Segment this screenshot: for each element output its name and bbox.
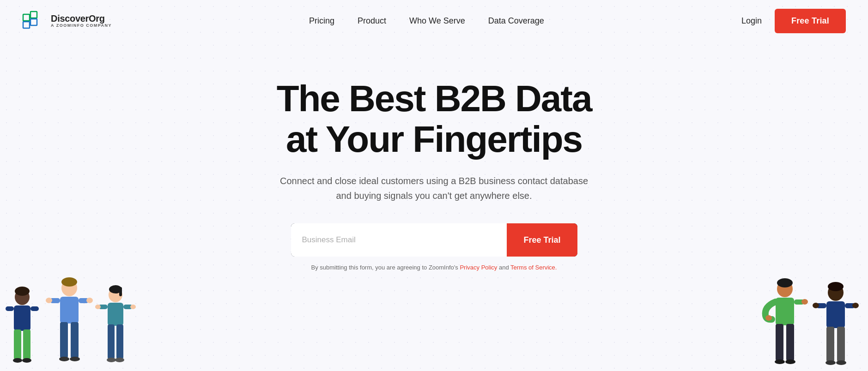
email-input[interactable] — [291, 223, 507, 257]
svg-rect-10 — [23, 329, 30, 359]
form-free-trial-button[interactable]: Free Trial — [507, 223, 577, 257]
svg-rect-48 — [826, 301, 845, 328]
svg-point-35 — [115, 358, 124, 362]
svg-rect-20 — [60, 322, 68, 358]
disclaimer-and: and — [499, 264, 510, 271]
disclaimer-prefix: By submitting this form, you are agreein… — [311, 264, 460, 271]
svg-point-31 — [130, 305, 136, 309]
svg-rect-7 — [6, 306, 14, 311]
nav-product[interactable]: Product — [358, 16, 386, 26]
svg-point-34 — [107, 358, 116, 362]
svg-rect-21 — [71, 322, 79, 358]
svg-rect-8 — [30, 306, 39, 311]
logo-icon — [22, 11, 46, 31]
svg-point-19 — [86, 298, 93, 303]
svg-point-30 — [95, 305, 101, 309]
svg-rect-53 — [826, 327, 834, 362]
svg-rect-43 — [786, 324, 794, 361]
svg-rect-1 — [30, 12, 37, 18]
svg-rect-0 — [23, 14, 30, 21]
privacy-policy-link[interactable]: Privacy Policy — [460, 264, 497, 271]
terms-of-service-link[interactable]: Terms of Service. — [510, 264, 557, 271]
nav-free-trial-button[interactable]: Free Trial — [775, 9, 846, 33]
svg-point-12 — [22, 358, 31, 363]
svg-point-11 — [13, 358, 22, 363]
login-link[interactable]: Login — [741, 16, 762, 26]
svg-point-23 — [70, 357, 80, 361]
svg-rect-42 — [776, 324, 783, 361]
svg-rect-3 — [30, 19, 37, 25]
svg-point-41 — [801, 299, 808, 305]
svg-point-52 — [852, 303, 859, 308]
hero-title: The Best B2B Data at Your Fingertips — [277, 78, 592, 160]
svg-rect-2 — [23, 22, 30, 28]
svg-rect-15 — [60, 297, 79, 323]
logo-name: DiscoverOrg — [51, 13, 112, 24]
hero-title-line1: The Best B2B Data — [277, 78, 592, 119]
nav-data-coverage[interactable]: Data Coverage — [488, 16, 544, 26]
logo[interactable]: DiscoverOrg A ZOOMINFO COMPANY — [22, 11, 112, 31]
svg-rect-27 — [108, 303, 123, 326]
svg-rect-6 — [14, 305, 30, 331]
svg-point-40 — [765, 315, 772, 321]
logo-text: DiscoverOrg A ZOOMINFO COMPANY — [51, 13, 112, 28]
svg-rect-33 — [116, 324, 123, 359]
hero-subtitle: Connect and close ideal customers using … — [273, 174, 596, 203]
svg-rect-54 — [837, 327, 845, 362]
navbar: DiscoverOrg A ZOOMINFO COMPANY Pricing P… — [0, 0, 868, 42]
svg-rect-9 — [14, 329, 21, 359]
svg-point-45 — [785, 359, 795, 364]
hero-title-line2: at Your Fingertips — [286, 119, 582, 160]
svg-point-55 — [826, 360, 836, 365]
svg-point-51 — [813, 303, 819, 308]
email-form: Free Trial — [291, 223, 577, 257]
nav-links: Pricing Product Who We Serve Data Covera… — [309, 16, 544, 26]
svg-point-44 — [775, 359, 785, 364]
nav-who-we-serve[interactable]: Who We Serve — [409, 16, 465, 26]
logo-tagline: A ZOOMINFO COMPANY — [51, 24, 112, 28]
nav-right: Login Free Trial — [741, 9, 846, 33]
svg-rect-32 — [108, 324, 115, 359]
form-disclaimer: By submitting this form, you are agreein… — [311, 264, 557, 271]
svg-point-22 — [59, 357, 69, 361]
svg-point-18 — [46, 298, 52, 303]
svg-point-56 — [836, 360, 846, 365]
nav-pricing[interactable]: Pricing — [309, 16, 334, 26]
hero-section: The Best B2B Data at Your Fingertips Con… — [0, 42, 868, 289]
